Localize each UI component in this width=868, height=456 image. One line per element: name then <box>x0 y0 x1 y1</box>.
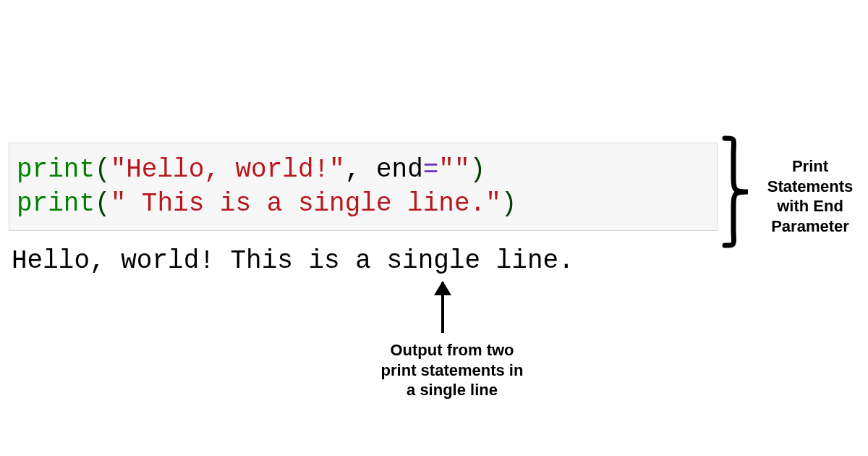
code-token-paren: ( <box>95 155 111 185</box>
code-token-paren: ) <box>501 189 517 219</box>
code-token-comma: , <box>345 155 376 185</box>
code-token-string: "" <box>438 155 469 185</box>
code-block: print("Hello, world!", end="") print(" T… <box>9 143 718 231</box>
annotation-right: Print Statements with End Parameter <box>760 156 861 236</box>
arrow-up-icon <box>441 282 444 333</box>
code-token-function: print <box>17 189 95 219</box>
output-text: Hello, world! This is a single line. <box>12 246 574 276</box>
code-token-paren: ) <box>470 155 486 185</box>
code-token-keyword: end <box>376 155 423 185</box>
code-token-string: " This is a single line." <box>111 189 501 219</box>
code-token-operator: = <box>423 155 439 185</box>
annotation-bottom: Output from two print statements in a si… <box>376 340 528 400</box>
code-token-string: "Hello, world!" <box>111 155 345 185</box>
code-token-function: print <box>17 155 95 185</box>
curly-brace-icon <box>720 134 752 250</box>
code-token-paren: ( <box>95 189 111 219</box>
